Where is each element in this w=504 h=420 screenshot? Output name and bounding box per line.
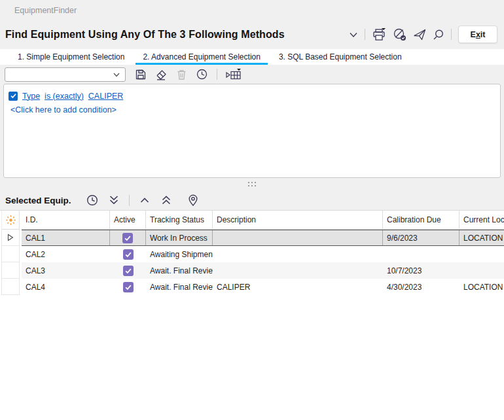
grid-customize-header-cell[interactable] bbox=[1, 211, 20, 230]
query-toolbar bbox=[0, 65, 504, 84]
column-header-calibration-due[interactable]: Calibration Due bbox=[383, 211, 459, 229]
history-clock-icon[interactable] bbox=[196, 68, 208, 80]
cell-tracking-status: Await. Final Review bbox=[146, 266, 213, 275]
cell-tracking-status: Awaiting Shipment bbox=[146, 250, 213, 259]
tab-advanced-equipment-selection[interactable]: 2. Advanced Equipment Selection bbox=[134, 49, 269, 65]
print-icon[interactable] bbox=[372, 27, 386, 41]
column-header-id[interactable]: I.D. bbox=[22, 211, 110, 229]
condition-builder-panel: Type is (exactly) CALIPER <Click here to… bbox=[3, 84, 501, 178]
query-toolbar-icons bbox=[135, 68, 242, 80]
cell-tracking-status: Await. Final Review bbox=[146, 283, 213, 292]
title-bar: EquipmentFinder bbox=[0, 0, 504, 20]
condition-operator-link[interactable]: is (exactly) bbox=[45, 92, 84, 101]
cell-calibration-due: 10/7/2023 bbox=[383, 266, 459, 275]
cell-id: CAL4 bbox=[22, 283, 110, 292]
column-header-tracking-status[interactable]: Tracking Status bbox=[146, 211, 213, 229]
condition-checkbox[interactable] bbox=[9, 92, 18, 101]
add-condition-link[interactable]: <Click here to add condition> bbox=[9, 103, 495, 117]
location-pin-icon[interactable] bbox=[187, 194, 200, 207]
column-header-current-location[interactable]: Current Location bbox=[459, 211, 504, 229]
search-icon[interactable] bbox=[433, 29, 444, 41]
run-to-grid-icon[interactable] bbox=[226, 68, 242, 80]
window-title: EquipmentFinder bbox=[0, 0, 504, 21]
row-indicator[interactable] bbox=[1, 230, 20, 246]
cell-active bbox=[110, 282, 146, 292]
selected-equip-label: Selected Equip. bbox=[5, 196, 71, 205]
divider bbox=[451, 29, 452, 40]
condition-row: Type is (exactly) CALIPER bbox=[9, 89, 495, 103]
page-title: Find Equipment Using Any Of The 3 Follow… bbox=[5, 29, 285, 41]
table-row[interactable]: CAL1 Work In Process 9/6/2023 LOCATION 1 bbox=[22, 230, 504, 246]
table-row[interactable]: CAL2 Awaiting Shipment bbox=[22, 246, 504, 262]
cell-active bbox=[110, 230, 146, 245]
cell-id: CAL3 bbox=[22, 266, 110, 275]
divider bbox=[217, 69, 217, 80]
column-header-description[interactable]: Description bbox=[213, 211, 383, 229]
cell-id: CAL2 bbox=[22, 250, 110, 259]
row-indicator-column bbox=[1, 211, 20, 295]
divider bbox=[365, 29, 365, 40]
table-row[interactable]: CAL4 Await. Final Review CALIPER 4/30/20… bbox=[22, 279, 504, 295]
table-row[interactable]: CAL3 Await. Final Review 10/7/2023 bbox=[22, 262, 504, 279]
active-checkbox[interactable] bbox=[123, 249, 134, 260]
clock-icon[interactable] bbox=[86, 194, 99, 207]
cell-current-location: LOCATION 1 bbox=[459, 230, 504, 245]
exit-button[interactable]: Exit bbox=[458, 26, 497, 43]
row-indicator[interactable] bbox=[1, 279, 20, 295]
grid-main-area: I.D. Active Tracking Status Description … bbox=[22, 211, 504, 420]
page-header: Find Equipment Using Any Of The 3 Follow… bbox=[0, 20, 504, 49]
cell-calibration-due: 4/30/2023 bbox=[383, 283, 459, 292]
condition-field-link[interactable]: Type bbox=[22, 92, 40, 101]
send-icon[interactable] bbox=[413, 28, 426, 41]
cell-tracking-status: Work In Process bbox=[146, 230, 213, 245]
chevron-down-icon[interactable] bbox=[349, 30, 358, 39]
chevron-up-icon[interactable] bbox=[138, 194, 151, 207]
equipment-finder-window: { "window": { "title": "EquipmentFinder"… bbox=[0, 0, 504, 420]
row-indicator[interactable] bbox=[1, 262, 20, 279]
current-row-arrow-icon bbox=[7, 234, 14, 241]
tab-simple-equipment-selection[interactable]: 1. Simple Equipment Selection bbox=[9, 49, 134, 65]
grid-header-row: I.D. Active Tracking Status Description … bbox=[22, 211, 504, 230]
cell-description: CALIPER bbox=[213, 283, 383, 292]
cell-description bbox=[213, 230, 383, 245]
selected-equip-icons bbox=[86, 194, 200, 207]
double-chevron-up-icon[interactable] bbox=[160, 194, 173, 207]
active-checkbox[interactable] bbox=[123, 282, 134, 292]
column-header-active[interactable]: Active bbox=[110, 211, 146, 229]
double-chevron-down-icon[interactable] bbox=[107, 194, 120, 207]
cell-current-location: LOCATION 1 bbox=[459, 283, 504, 292]
active-checkbox[interactable] bbox=[122, 233, 133, 243]
save-icon[interactable] bbox=[135, 69, 147, 80]
signature-verified-icon[interactable] bbox=[393, 27, 406, 41]
sun-icon bbox=[5, 215, 16, 226]
horizontal-splitter[interactable] bbox=[0, 178, 504, 190]
cell-id: CAL1 bbox=[22, 230, 110, 245]
active-checkbox[interactable] bbox=[123, 266, 134, 276]
splitter-grip-icon[interactable] bbox=[248, 182, 256, 186]
combobox-chevron-icon[interactable] bbox=[113, 71, 120, 79]
delete-icon[interactable] bbox=[176, 69, 187, 80]
cell-calibration-due: 9/6/2023 bbox=[383, 230, 459, 245]
selected-equipment-grid: I.D. Active Tracking Status Description … bbox=[0, 210, 504, 420]
header-actions: Exit bbox=[349, 26, 497, 43]
saved-query-combobox[interactable] bbox=[5, 67, 126, 82]
row-indicator[interactable] bbox=[1, 246, 20, 262]
condition-value-link[interactable]: CALIPER bbox=[88, 92, 124, 101]
cell-active bbox=[110, 249, 146, 260]
tab-strip: 1. Simple Equipment Selection 2. Advance… bbox=[0, 49, 504, 65]
tab-sql-based-equipment-selection[interactable]: 3. SQL Based Equipment Selection bbox=[270, 49, 411, 65]
cell-active bbox=[110, 266, 146, 276]
divider bbox=[129, 195, 130, 206]
selected-equip-toolbar: Selected Equip. bbox=[0, 190, 504, 210]
eraser-icon[interactable] bbox=[155, 69, 168, 80]
